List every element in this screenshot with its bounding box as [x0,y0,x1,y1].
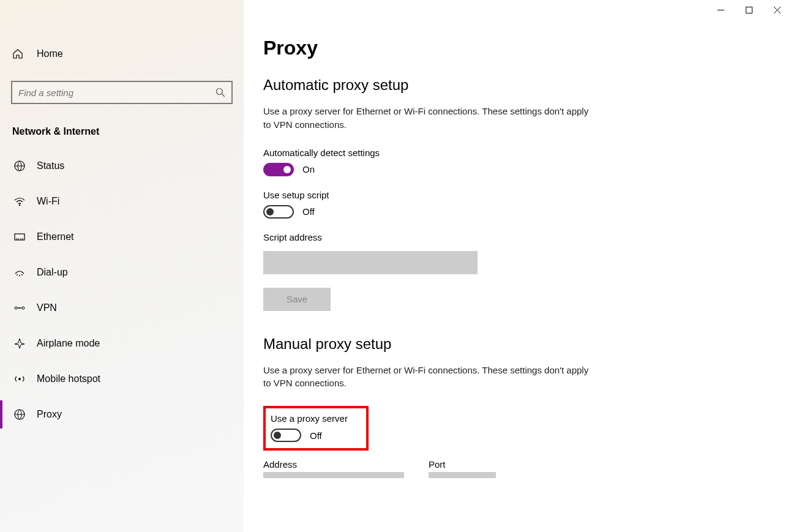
svg-line-5 [222,94,225,97]
sidebar-item-label: Status [37,160,64,171]
sidebar-item-label: Proxy [37,409,62,420]
maximize-button[interactable] [735,0,763,20]
search-icon [216,88,225,97]
port-label: Port [429,459,496,470]
svg-point-17 [22,307,24,309]
sidebar-section-header: Network & Internet [0,109,244,148]
auto-proxy-heading: Automatic proxy setup [263,77,767,94]
setup-script-toggle[interactable] [263,205,294,219]
setup-script-label: Use setup script [263,190,767,200]
search-input[interactable] [18,88,216,98]
svg-point-4 [217,89,223,95]
sidebar-item-label: Airplane mode [37,338,100,349]
use-proxy-label: Use a proxy server [271,413,348,424]
address-input [263,472,404,478]
auto-proxy-desc: Use a proxy server for Ethernet or Wi-Fi… [263,105,594,132]
svg-point-19 [19,307,20,309]
save-button: Save [263,288,331,311]
proxy-icon [12,408,27,421]
sidebar-item-label: Dial-up [37,267,68,278]
sidebar-item-label: VPN [37,302,57,313]
svg-rect-1 [746,7,752,13]
sidebar-item-status[interactable]: Status [0,148,244,184]
hotspot-icon [12,373,27,385]
ethernet-icon [12,231,27,243]
sidebar-item-airplane[interactable]: Airplane mode [0,326,244,361]
sidebar-item-hotspot[interactable]: Mobile hotspot [0,361,244,397]
svg-point-7 [19,204,20,206]
sidebar-item-wifi[interactable]: Wi-Fi [0,184,244,219]
sidebar-item-vpn[interactable]: VPN [0,290,244,326]
home-label: Home [37,48,63,59]
script-address-input [263,251,478,274]
wifi-icon [12,195,27,208]
close-button[interactable] [763,0,791,20]
sidebar-item-label: Wi-Fi [37,196,59,207]
content-area: Proxy Automatic proxy setup Use a proxy … [263,37,767,532]
sidebar-item-dialup[interactable]: Dial-up [0,255,244,290]
script-address-label: Script address [263,232,767,242]
sidebar: Home Network & Internet Status Wi-Fi Eth… [0,0,244,532]
status-icon [12,160,27,172]
svg-point-14 [19,275,20,276]
home-button[interactable]: Home [0,37,244,71]
use-proxy-state: Off [310,430,322,441]
detect-settings-toggle[interactable] [263,163,294,176]
vpn-icon [12,302,27,314]
search-box[interactable] [11,81,233,104]
svg-point-13 [17,274,18,275]
airplane-icon [12,337,27,350]
highlight-annotation: Use a proxy server Off [263,406,369,451]
svg-point-20 [18,378,21,380]
svg-point-15 [21,274,23,275]
sidebar-item-ethernet[interactable]: Ethernet [0,219,244,255]
detect-settings-state: On [302,164,315,174]
manual-proxy-desc: Use a proxy server for Ethernet or Wi-Fi… [263,364,594,391]
dialup-icon [12,266,27,279]
page-title: Proxy [263,37,767,59]
sidebar-item-proxy[interactable]: Proxy [0,397,244,432]
port-input [429,472,496,478]
address-label: Address [263,459,404,470]
minimize-button[interactable] [707,0,735,20]
svg-rect-8 [15,234,24,240]
use-proxy-toggle[interactable] [271,429,301,442]
sidebar-item-label: Ethernet [37,231,73,242]
home-icon [12,48,27,59]
svg-point-16 [15,307,17,309]
setup-script-state: Off [302,206,315,217]
manual-proxy-heading: Manual proxy setup [263,335,767,353]
sidebar-item-label: Mobile hotspot [37,373,100,384]
detect-settings-label: Automatically detect settings [263,148,767,158]
